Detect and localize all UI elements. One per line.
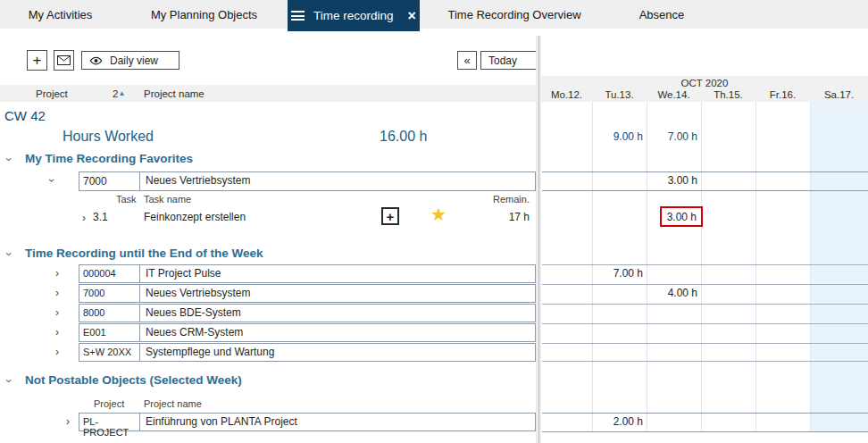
add-button[interactable]: + xyxy=(27,50,47,71)
task-name[interactable]: Feinkonzept erstellen xyxy=(144,211,246,223)
section-week-recording-title: Time Recording until the End of the Week xyxy=(25,247,263,260)
plus-icon: + xyxy=(387,209,395,224)
project-name-cell[interactable]: Systempflege und Wartung xyxy=(139,344,535,361)
expand-chevron-right-icon[interactable]: › xyxy=(82,213,86,223)
tab-my-activities[interactable]: My Activities xyxy=(0,0,121,29)
project-code-cell[interactable]: S+W 20XX xyxy=(79,344,139,361)
expand-chevron-right-icon[interactable]: › xyxy=(55,327,59,338)
grid-line xyxy=(542,431,868,432)
pane-splitter-line xyxy=(538,36,539,443)
grid-line xyxy=(542,323,868,324)
day-header-sa[interactable]: Sa.17. xyxy=(810,89,868,100)
tab-bar: My Activities My Planning Objects Time r… xyxy=(0,0,868,31)
grid-line xyxy=(647,102,647,431)
selected-booking-cell[interactable]: 3.00 h xyxy=(660,206,703,227)
grid-line xyxy=(542,343,868,344)
day-header-tu[interactable]: Tu.13. xyxy=(592,89,647,100)
day-header-fr[interactable]: Fr.16. xyxy=(755,89,810,100)
favorite-project-row[interactable]: 7000 Neues Vertriebsystem xyxy=(79,171,536,191)
project-row[interactable]: E001 Neues CRM-System xyxy=(79,323,536,342)
hours-worked-total: 16.00 h xyxy=(380,129,427,145)
tab-label: My Activities xyxy=(29,8,93,21)
today-button-label: Today xyxy=(488,54,517,67)
column-header-project-name: Project name xyxy=(144,398,202,409)
section-not-postable-title: Not Postable Objects (Selected Week) xyxy=(25,373,242,387)
plus-icon: + xyxy=(33,52,42,70)
collapse-chevron-down-icon[interactable]: › xyxy=(46,179,57,182)
add-booking-button[interactable]: + xyxy=(381,207,399,225)
section-favorites-title: My Time Recording Favorites xyxy=(25,152,193,165)
expand-chevron-right-icon[interactable]: › xyxy=(55,347,59,357)
previous-week-button[interactable]: « xyxy=(457,51,477,70)
task-id[interactable]: 3.1 xyxy=(93,211,108,223)
view-selector[interactable]: Daily view xyxy=(81,51,179,70)
task-day-value: 3.00 h xyxy=(662,208,701,223)
grid-line xyxy=(542,304,868,305)
project-code-cell[interactable]: 8000 xyxy=(79,305,139,322)
collapse-chevron-down-icon[interactable]: › xyxy=(4,157,15,161)
column-header-project[interactable]: Project xyxy=(36,88,68,99)
project-row[interactable]: 8000 Neues BDE-System xyxy=(79,304,536,322)
expand-chevron-right-icon[interactable]: › xyxy=(55,268,59,279)
column-header-project: Project xyxy=(94,398,124,409)
sort-badge[interactable]: 2▲ xyxy=(113,88,125,99)
project-day-value[interactable]: 4.00 h xyxy=(647,287,697,299)
collapse-chevron-down-icon[interactable]: › xyxy=(4,252,15,255)
grid-line xyxy=(542,190,868,191)
project-name-cell[interactable]: Einführung von PLANTA Project xyxy=(139,414,535,430)
project-day-value[interactable]: 7.00 h xyxy=(592,267,643,280)
project-row[interactable]: S+W 20XX Systempflege und Wartung xyxy=(79,343,536,362)
column-header-project-name[interactable]: Project name xyxy=(144,88,204,99)
tab-label: Time recording xyxy=(313,9,394,22)
project-code-cell[interactable]: E001 xyxy=(79,324,139,341)
remaining-value: 17 h xyxy=(447,211,530,223)
favorite-star-icon[interactable]: ★ xyxy=(430,204,447,225)
month-header: OCT 2020 xyxy=(541,78,868,88)
tab-time-recording-overview[interactable]: Time Recording Overview xyxy=(420,0,609,29)
menu-icon[interactable] xyxy=(291,9,305,23)
tab-label: My Planning Objects xyxy=(151,8,257,21)
project-name-cell[interactable]: Neues Vertriebsystem xyxy=(139,172,535,190)
expand-chevron-right-icon[interactable]: › xyxy=(66,416,70,427)
project-row[interactable]: PL-PROJECT Einführung von PLANTA Project xyxy=(79,413,536,431)
expand-chevron-right-icon[interactable]: › xyxy=(55,288,59,298)
column-header-task: Task xyxy=(116,194,137,205)
left-column-header-band xyxy=(0,85,536,102)
sort-ascending-icon: ▲ xyxy=(118,89,125,97)
project-row[interactable]: 7000 Neues Vertriebsystem xyxy=(79,284,536,303)
project-code-cell[interactable]: 7000 xyxy=(79,285,139,302)
tab-bar-filler xyxy=(714,0,868,29)
mail-button[interactable] xyxy=(54,50,74,71)
project-name-cell[interactable]: Neues Vertriebsystem xyxy=(139,285,535,302)
tab-time-recording[interactable]: Time recording × xyxy=(288,0,420,31)
grid-line xyxy=(701,102,702,431)
project-code-cell[interactable]: 7000 xyxy=(79,172,139,190)
time-recording-app: My Activities My Planning Objects Time r… xyxy=(0,0,868,443)
project-row[interactable]: 000004 IT Project Pulse xyxy=(79,264,536,283)
grid-line xyxy=(542,413,868,414)
day-header-th[interactable]: Th.15. xyxy=(701,89,755,100)
chevrons-left-icon: « xyxy=(463,54,470,67)
today-button[interactable]: Today xyxy=(480,51,539,70)
project-code-cell[interactable]: 000004 xyxy=(79,265,139,282)
project-code-cell[interactable]: PL-PROJECT xyxy=(79,414,139,430)
day-header-mo[interactable]: Mo.12. xyxy=(541,89,592,100)
project-day-value[interactable]: 2.00 h xyxy=(592,415,643,428)
column-header-task-name: Task name xyxy=(144,194,191,205)
day-header-we[interactable]: We.14. xyxy=(647,89,701,100)
view-selector-label: Daily view xyxy=(110,54,158,67)
project-name-cell[interactable]: Neues BDE-System xyxy=(139,305,535,322)
tab-my-planning-objects[interactable]: My Planning Objects xyxy=(121,0,288,29)
grid-line xyxy=(755,102,756,431)
tab-absence[interactable]: Absence xyxy=(609,0,714,29)
collapse-chevron-down-icon[interactable]: › xyxy=(4,379,15,382)
project-day-value[interactable]: 3.00 h xyxy=(647,174,697,187)
close-tab-icon[interactable]: × xyxy=(408,9,416,23)
grid-line xyxy=(542,264,868,265)
project-name-cell[interactable]: Neues CRM-System xyxy=(139,324,535,341)
project-name-cell[interactable]: IT Project Pulse xyxy=(139,265,535,282)
expand-chevron-right-icon[interactable]: › xyxy=(55,307,59,318)
hours-worked-label: Hours Worked xyxy=(63,129,154,145)
hours-worked-day-value: 7.00 h xyxy=(647,130,697,143)
envelope-icon xyxy=(57,55,71,65)
